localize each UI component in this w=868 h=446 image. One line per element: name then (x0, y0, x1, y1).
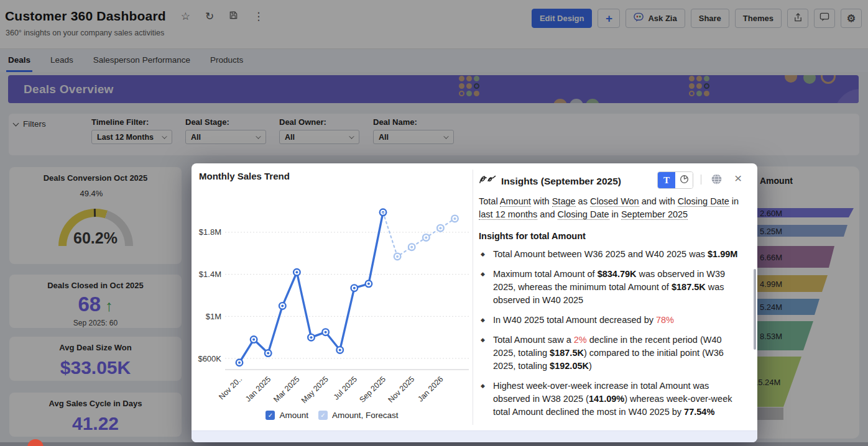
insight-term[interactable]: last 12 months (479, 209, 537, 220)
legend-item[interactable]: ✓Amount, Forecast (318, 411, 399, 420)
insights-panel: Insights (September 2025) T × Total Amou… (473, 163, 757, 430)
legend-checkbox[interactable]: ✓ (265, 411, 275, 420)
modal-footer-strip (192, 430, 757, 442)
insight-term[interactable]: Amount (500, 196, 531, 207)
svg-text:$1M: $1M (206, 312, 221, 321)
svg-text:May 2025: May 2025 (300, 375, 330, 405)
svg-text:$1.8M: $1.8M (199, 227, 221, 237)
svg-text:Mar 2025: Mar 2025 (272, 375, 301, 404)
svg-text:$1.4M: $1.4M (199, 270, 221, 279)
chart-title: Monthly Sales Trend (199, 171, 290, 181)
insights-view-toggle: T (657, 171, 693, 189)
legend-checkbox[interactable]: ✓ (318, 411, 328, 420)
close-icon[interactable]: × (734, 171, 742, 186)
insights-filter-summary: Total Amount with Stage as Closed Won an… (479, 195, 744, 221)
zia-icon (479, 174, 496, 188)
drill-down-modal: Monthly Sales Trend $600K$1M$1.4M$1.8MNo… (192, 163, 757, 442)
insight-term[interactable]: Closing Date (678, 196, 729, 207)
legend-label: Amount (279, 411, 308, 420)
legend-item[interactable]: ✓Amount (265, 411, 308, 420)
svg-text:Nov 2025: Nov 2025 (387, 375, 417, 404)
trend-chart-pane: Monthly Sales Trend $600K$1M$1.4M$1.8MNo… (192, 163, 473, 430)
text-view-button[interactable]: T (658, 172, 675, 188)
svg-text:Jul 2025: Jul 2025 (332, 375, 359, 401)
insight-term[interactable]: September 2025 (621, 209, 688, 220)
globe-icon[interactable] (711, 173, 723, 188)
insight-term[interactable]: Closed Won (590, 196, 639, 207)
insight-bullet: Maximum total Amount of $834.79K was obs… (479, 268, 745, 307)
svg-text:Nov 20..: Nov 20.. (217, 375, 244, 401)
chart-legend: ✓Amount✓Amount, Forecast (192, 411, 473, 420)
insight-bullet: Total Amount saw a 2% decline in the rec… (479, 334, 745, 373)
insight-bullet: Total Amount between W36 2025 and W40 20… (479, 248, 745, 261)
svg-text:Jan 2026: Jan 2026 (416, 375, 445, 403)
scrollbar-thumb[interactable] (754, 269, 756, 350)
insight-bullet: Highest week-over-week increase in total… (479, 380, 745, 419)
svg-text:Jan 2025: Jan 2025 (244, 375, 272, 403)
legend-label: Amount, Forecast (332, 411, 399, 420)
insight-term[interactable]: Stage (552, 196, 576, 207)
separator (701, 175, 701, 184)
insights-section-heading: Insights for total Amount (479, 231, 586, 241)
page: Customer 360 Dashboard ☆ ↻ ⋮ 360° insigh… (0, 0, 868, 446)
insight-bullet: In W40 2025 total Amount decreased by 78… (479, 314, 745, 327)
svg-text:$600K: $600K (198, 354, 221, 363)
chart-view-button[interactable] (675, 172, 693, 188)
insight-term[interactable]: Closing Date (558, 209, 609, 220)
pie-chart-icon (680, 175, 689, 186)
line-chart: $600K$1M$1.4M$1.8MNov 20..Jan 2025Mar 20… (192, 182, 473, 409)
svg-text:Sep 2025: Sep 2025 (358, 375, 387, 404)
insights-bullet-list: Total Amount between W36 2025 and W40 20… (479, 248, 745, 426)
insights-title: Insights (September 2025) (501, 176, 621, 187)
